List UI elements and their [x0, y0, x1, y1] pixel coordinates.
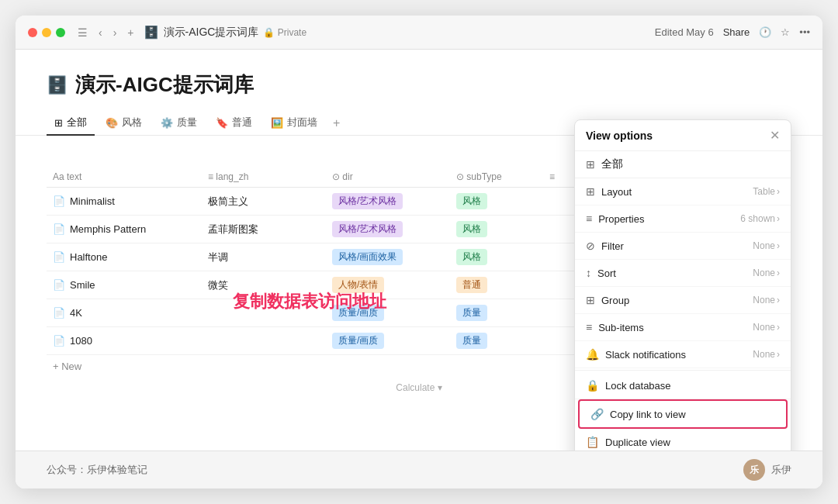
vop-row-layout[interactable]: ⊞ Layout Table ›	[575, 178, 791, 205]
tab-normal[interactable]: 🔖 普通	[208, 111, 260, 136]
forward-icon[interactable]: ›	[110, 25, 120, 40]
dir-tag: 风格/艺术风格	[332, 221, 403, 237]
tab-normal-label: 普通	[232, 116, 252, 129]
tab-cover-icon: 🖼️	[271, 117, 283, 129]
vop-properties-icon: ≡	[586, 212, 592, 225]
vop-row-right-group: None ›	[753, 295, 780, 306]
back-icon[interactable]: ‹	[95, 25, 106, 40]
vop-row-subitems[interactable]: ≡ Sub-items None ›	[575, 314, 791, 341]
row-lang	[202, 299, 326, 327]
vop-slack-label: Slack notifications	[605, 349, 686, 361]
history-icon[interactable]: 🕐	[759, 26, 771, 38]
page-title-row: 🗄️ 演示-AIGC提示词库	[47, 71, 791, 98]
tab-quality[interactable]: ⚙️ 质量	[153, 111, 205, 136]
page-content: 🗄️ 演示-AIGC提示词库 ⊞ 全部 🎨 风格 ⚙️ 质量 🔖 普通	[16, 50, 822, 450]
vop-subitems-icon: ≡	[586, 321, 592, 333]
vop-row-sort[interactable]: ↕ Sort None ›	[575, 260, 791, 287]
edited-label: Edited May 6	[655, 26, 714, 38]
footer-avatar: 乐 乐伊	[743, 459, 791, 481]
share-button[interactable]: Share	[723, 26, 750, 38]
close-button[interactable]	[28, 28, 37, 37]
vop-row-left-layout: ⊞ Layout	[586, 185, 632, 198]
vop-layout-value: Table	[753, 186, 775, 197]
vop-sort-arrow: ›	[777, 268, 780, 278]
user-name: 乐伊	[771, 463, 791, 477]
tab-all[interactable]: ⊞ 全部	[47, 111, 95, 136]
row-text: 1080	[70, 335, 92, 347]
footer-label: 公众号：乐伊体验笔记	[47, 463, 147, 477]
vop-subitems-value: None	[753, 322, 775, 333]
vop-row-right-subitems: None ›	[753, 322, 780, 333]
user-avatar: 乐	[743, 459, 765, 481]
breadcrumb-title: 演示-AIGC提示词库	[164, 26, 259, 40]
row-lang: 极简主义	[202, 188, 326, 216]
subtype-tag: 质量	[456, 333, 487, 349]
page-breadcrumb: 🗄️ 演示-AIGC提示词库 🔒 Private	[144, 25, 307, 40]
col-header-text[interactable]: Aa text	[47, 167, 202, 188]
vop-row-group[interactable]: ⊞ Group None ›	[575, 287, 791, 314]
sidebar-toggle-icon[interactable]: ☰	[74, 25, 91, 40]
row-subtype: 质量	[450, 299, 543, 327]
more-options-icon[interactable]: •••	[799, 26, 810, 38]
vop-view-name: 全部	[601, 157, 623, 171]
vop-row-left-properties: ≡ Properties	[586, 212, 644, 225]
maximize-button[interactable]	[56, 28, 65, 37]
vop-row-right-slack: None ›	[753, 349, 780, 360]
add-page-icon[interactable]: +	[124, 25, 137, 40]
vop-subitems-arrow: ›	[777, 322, 780, 333]
vop-row-duplicate[interactable]: 📋 Duplicate view	[575, 429, 791, 450]
page-header: 🗄️ 演示-AIGC提示词库	[16, 50, 822, 111]
page-db-icon: 🗄️	[144, 25, 159, 40]
vop-copy-link-label: Copy link to view	[610, 409, 686, 420]
vop-subitems-label: Sub-items	[598, 322, 644, 333]
row-text: Memphis Pattern	[70, 223, 146, 235]
tab-cover-label: 封面墙	[287, 116, 317, 129]
vop-properties-value: 6 shown	[740, 213, 775, 224]
col-header-lang[interactable]: ≡ lang_zh	[202, 167, 326, 188]
row-dir: 风格/艺术风格	[326, 216, 450, 243]
vop-row-slack[interactable]: 🔔 Slack notifications None ›	[575, 341, 791, 368]
vop-layout-label: Layout	[601, 186, 632, 198]
minimize-button[interactable]	[42, 28, 51, 37]
tab-normal-icon: 🔖	[216, 117, 228, 129]
tab-style-icon: 🎨	[106, 117, 118, 129]
vop-sort-value: None	[753, 268, 775, 278]
tab-all-label: 全部	[67, 116, 87, 129]
tab-cover[interactable]: 🖼️ 封面墙	[263, 111, 325, 136]
row-subtype: 风格	[450, 188, 543, 216]
row-doc-icon: 📄	[53, 251, 65, 263]
private-badge: 🔒 Private	[263, 27, 306, 38]
vop-row-properties[interactable]: ≡ Properties 6 shown ›	[575, 205, 791, 233]
dir-tag: 人物/表情	[332, 277, 384, 293]
vop-row-lock[interactable]: 🔒 Lock database	[575, 372, 791, 399]
vop-close-button[interactable]: ✕	[770, 128, 780, 143]
vop-filter-icon: ⊘	[586, 240, 595, 252]
vop-header: View options ✕	[575, 120, 791, 151]
col-header-subtype[interactable]: ⊙ subType	[450, 167, 543, 188]
row-text: Smile	[70, 279, 95, 291]
vop-row-left-duplicate: 📋 Duplicate view	[586, 436, 670, 448]
tab-style-label: 风格	[122, 116, 142, 129]
col-subtype-icon: ⊙	[456, 171, 466, 182]
tab-all-icon: ⊞	[54, 117, 63, 129]
page-title: 演示-AIGC提示词库	[75, 71, 254, 98]
row-dir: 质量/画质	[326, 327, 450, 355]
tab-style[interactable]: 🎨 风格	[98, 111, 150, 136]
dir-tag: 质量/画质	[332, 305, 384, 321]
row-doc-icon: 📄	[53, 223, 65, 235]
subtype-tag: 普通	[456, 277, 487, 293]
vop-lock-label: Lock database	[605, 380, 671, 392]
vop-title: View options	[586, 129, 653, 142]
vop-row-copy-link[interactable]: 🔗 Copy link to view	[578, 399, 788, 429]
footer-bar: 公众号：乐伊体验笔记 乐 乐伊	[16, 450, 822, 488]
col-header-dir[interactable]: ⊙ dir	[326, 167, 450, 188]
row-text: Minimalist	[70, 195, 115, 207]
vop-row-left-filter: ⊘ Filter	[586, 240, 624, 252]
vop-row-left-slack: 🔔 Slack notifications	[586, 348, 686, 361]
add-tab-button[interactable]: +	[328, 113, 345, 133]
vop-row-filter[interactable]: ⊘ Filter None ›	[575, 233, 791, 260]
row-subtype: 质量	[450, 327, 543, 355]
row-doc-icon: 📄	[53, 307, 65, 319]
favorite-icon[interactable]: ☆	[781, 26, 790, 38]
row-doc-icon: 📄	[53, 195, 65, 207]
